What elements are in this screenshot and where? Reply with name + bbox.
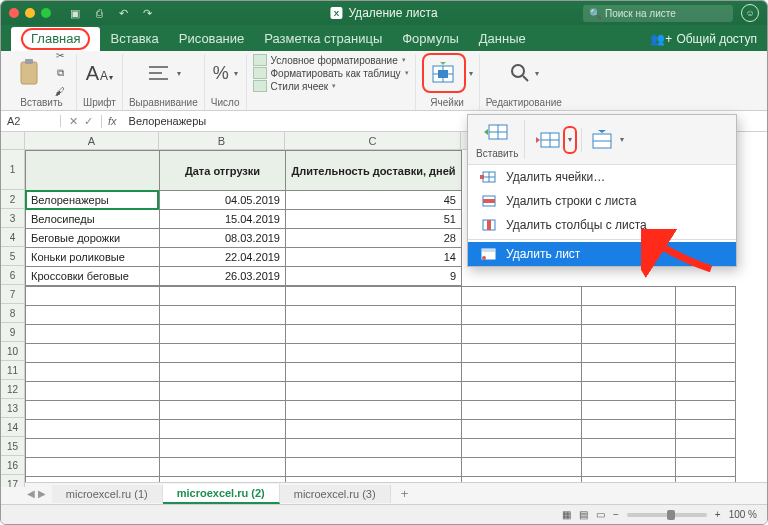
close-window-icon[interactable] xyxy=(9,8,19,18)
empty-cell[interactable] xyxy=(582,306,676,325)
fx-label[interactable]: fx xyxy=(102,115,123,127)
empty-cell[interactable] xyxy=(582,458,676,477)
empty-cell[interactable] xyxy=(26,382,160,401)
minimize-window-icon[interactable] xyxy=(25,8,35,18)
row-header[interactable]: 1 xyxy=(1,150,25,190)
table-cell[interactable]: 9 xyxy=(286,267,462,286)
header-c[interactable]: Длительность доставки, дней xyxy=(286,151,462,191)
table-cell[interactable]: Беговые дорожки xyxy=(26,229,160,248)
empty-cell[interactable] xyxy=(676,287,736,306)
view-layout-icon[interactable]: ▤ xyxy=(579,509,588,520)
empty-cell[interactable] xyxy=(286,306,462,325)
undo-icon[interactable]: ↶ xyxy=(113,4,133,22)
menu-delete-cells[interactable]: Удалить ячейки… xyxy=(468,165,736,189)
row-header[interactable]: 8 xyxy=(1,304,25,323)
empty-cell[interactable] xyxy=(676,382,736,401)
empty-cell[interactable] xyxy=(462,401,582,420)
zoom-slider[interactable] xyxy=(627,513,707,517)
search-input[interactable]: 🔍 Поиск на листе xyxy=(583,5,733,22)
empty-cell[interactable] xyxy=(160,401,286,420)
empty-cell[interactable] xyxy=(286,439,462,458)
row-header[interactable]: 15 xyxy=(1,437,25,456)
empty-cell[interactable] xyxy=(26,363,160,382)
empty-cell[interactable] xyxy=(286,287,462,306)
empty-cell[interactable] xyxy=(286,363,462,382)
empty-cell[interactable] xyxy=(286,420,462,439)
cut-icon[interactable]: ✂ xyxy=(50,47,70,63)
user-account-icon[interactable]: ☺ xyxy=(741,4,759,22)
empty-cell[interactable] xyxy=(676,401,736,420)
row-header[interactable]: 11 xyxy=(1,361,25,380)
tab-insert[interactable]: Вставка xyxy=(100,27,168,51)
paste-button[interactable] xyxy=(13,56,47,90)
empty-cell[interactable] xyxy=(676,420,736,439)
row-header[interactable]: 13 xyxy=(1,399,25,418)
table-cell[interactable]: 22.04.2019 xyxy=(160,248,286,267)
empty-cell[interactable] xyxy=(462,344,582,363)
tab-data[interactable]: Данные xyxy=(469,27,536,51)
row-header[interactable]: 9 xyxy=(1,323,25,342)
empty-cell[interactable] xyxy=(462,363,582,382)
empty-cell[interactable] xyxy=(26,401,160,420)
share-button[interactable]: 👥+ Общий доступ xyxy=(650,32,757,51)
empty-cell[interactable] xyxy=(582,420,676,439)
cell-styles-button[interactable]: Стили ячеек▾ xyxy=(253,80,409,92)
tab-layout[interactable]: Разметка страницы xyxy=(254,27,392,51)
cells-button[interactable] xyxy=(427,56,461,90)
row-header[interactable]: 5 xyxy=(1,247,25,266)
format-cells-button[interactable] xyxy=(581,128,616,152)
empty-cell[interactable] xyxy=(286,401,462,420)
empty-cell[interactable] xyxy=(462,325,582,344)
add-sheet-button[interactable]: + xyxy=(391,483,419,504)
empty-cell[interactable] xyxy=(462,306,582,325)
table-cell[interactable]: 08.03.2019 xyxy=(160,229,286,248)
tab-draw[interactable]: Рисование xyxy=(169,27,254,51)
row-header[interactable]: 16 xyxy=(1,456,25,475)
empty-cells[interactable] xyxy=(25,286,736,487)
empty-cell[interactable] xyxy=(26,287,160,306)
table-cell[interactable]: 04.05.2019 xyxy=(160,191,286,210)
empty-cell[interactable] xyxy=(582,363,676,382)
table-cell[interactable]: 14 xyxy=(286,248,462,267)
column-header[interactable]: C xyxy=(285,132,461,150)
sheet-tab-3[interactable]: microexcel.ru (3) xyxy=(280,485,391,503)
menu-delete-sheet[interactable]: Удалить лист xyxy=(468,242,736,266)
empty-cell[interactable] xyxy=(160,344,286,363)
redo-icon[interactable]: ↷ xyxy=(137,4,157,22)
empty-cell[interactable] xyxy=(582,325,676,344)
empty-cell[interactable] xyxy=(160,325,286,344)
align-icon[interactable] xyxy=(146,62,174,84)
maximize-window-icon[interactable] xyxy=(41,8,51,18)
row-header[interactable]: 10 xyxy=(1,342,25,361)
empty-cell[interactable] xyxy=(582,344,676,363)
empty-cell[interactable] xyxy=(286,344,462,363)
table-cell[interactable]: 51 xyxy=(286,210,462,229)
row-header[interactable]: 12 xyxy=(1,380,25,399)
table-cell[interactable]: Велосипеды xyxy=(26,210,160,229)
empty-cell[interactable] xyxy=(582,287,676,306)
empty-cell[interactable] xyxy=(462,287,582,306)
empty-cell[interactable] xyxy=(160,439,286,458)
table-cell[interactable]: Велоренажеры xyxy=(26,191,160,210)
empty-cell[interactable] xyxy=(676,306,736,325)
table-cell[interactable]: 45 xyxy=(286,191,462,210)
table-cell[interactable]: 26.03.2019 xyxy=(160,267,286,286)
menu-delete-cols[interactable]: Удалить столбцы с листа xyxy=(468,213,736,237)
delete-split-arrow[interactable]: ▾ xyxy=(565,128,575,152)
row-header[interactable]: 6 xyxy=(1,266,25,285)
copy-icon[interactable]: ⧉ xyxy=(50,65,70,81)
empty-cell[interactable] xyxy=(462,382,582,401)
table-cell[interactable]: Коньки роликовые xyxy=(26,248,160,267)
empty-cell[interactable] xyxy=(26,325,160,344)
save-icon[interactable]: ▣ xyxy=(65,4,85,22)
header-b[interactable]: Дата отгрузки xyxy=(160,151,286,191)
empty-cell[interactable] xyxy=(160,420,286,439)
column-header[interactable]: A xyxy=(25,132,159,150)
sheet-nav[interactable]: ◀ ▶ xyxy=(21,488,52,499)
empty-cell[interactable] xyxy=(676,439,736,458)
empty-cell[interactable] xyxy=(462,439,582,458)
row-header[interactable]: 2 xyxy=(1,190,25,209)
empty-cell[interactable] xyxy=(286,325,462,344)
empty-cell[interactable] xyxy=(26,439,160,458)
empty-cell[interactable] xyxy=(160,382,286,401)
